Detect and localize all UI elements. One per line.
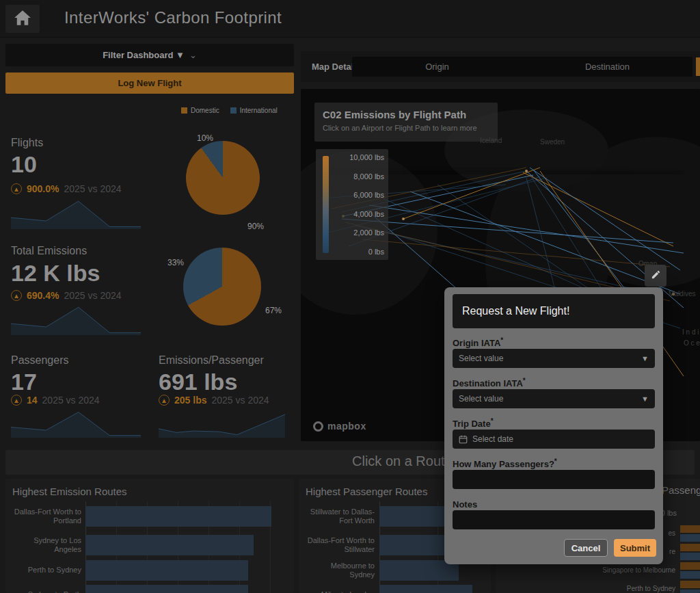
calendar-icon [459, 435, 468, 444]
origin-iata-select[interactable]: Select value ▼ [453, 349, 655, 368]
required-asterisk: * [491, 417, 494, 425]
trip-date-picker[interactable]: Select date [453, 430, 655, 449]
select-placeholder: Select value [459, 394, 503, 404]
chevron-down-icon: ▼ [641, 395, 649, 403]
destination-iata-select[interactable]: Select value ▼ [453, 389, 655, 408]
dashboard: InterWorks' Carbon Footprint Filter Dash… [0, 0, 700, 593]
origin-iata-label: Origin IATA* [453, 337, 503, 348]
trip-date-label: Trip Date* [453, 417, 494, 429]
modal-title: Request a New Flight! [453, 294, 655, 328]
submit-button[interactable]: Submit [614, 539, 656, 557]
required-asterisk: * [500, 337, 503, 344]
cancel-button[interactable]: Cancel [564, 539, 608, 557]
destination-iata-label: Destination IATA* [453, 377, 526, 388]
date-placeholder: Select date [472, 434, 513, 444]
select-placeholder: Select value [459, 354, 503, 363]
required-asterisk: * [554, 458, 557, 465]
required-asterisk: * [523, 377, 526, 384]
passengers-label: How Many Passengers?* [453, 458, 557, 469]
chevron-down-icon: ▼ [641, 354, 649, 363]
notes-input[interactable] [453, 510, 655, 529]
passengers-input[interactable] [453, 470, 655, 489]
request-new-flight-modal: Request a New Flight! Origin IATA* Selec… [444, 287, 663, 564]
notes-label: Notes [453, 498, 477, 510]
